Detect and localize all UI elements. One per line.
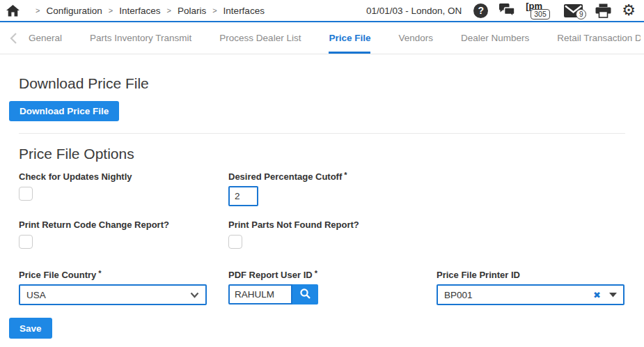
check-updates-checkbox[interactable] (19, 187, 33, 201)
cutoff-input[interactable] (228, 186, 258, 206)
tab-general[interactable]: General (29, 22, 62, 54)
search-icon (299, 288, 311, 302)
pdf-user-label: PDF Report User ID* (228, 270, 437, 281)
required-marker: * (315, 269, 317, 277)
country-label: Price File Country* (19, 270, 228, 281)
breadcrumb-item-polaris[interactable]: Polaris (178, 6, 206, 16)
pdf-user-label-text: PDF Report User ID (228, 270, 313, 280)
printer-combobox[interactable]: BP001 ✖ (437, 284, 625, 305)
field-printer: Price File Printer ID BP001 ✖ (437, 270, 625, 305)
printer-value: BP001 (444, 290, 473, 300)
country-select[interactable]: USA (19, 284, 207, 305)
mail-badge: 9 (576, 9, 586, 20)
country-selected-value: USA (26, 290, 46, 300)
field-pdf-user: PDF Report User ID* (228, 270, 437, 305)
mail-icon[interactable]: 9 (564, 1, 585, 20)
form-row-2: Print Return Code Change Report? Print P… (19, 219, 625, 249)
printer-icon[interactable] (595, 3, 611, 18)
chevron-down-icon (190, 292, 199, 298)
tab-strip: General Parts Inventory Transmit Process… (0, 22, 644, 54)
download-price-file-button[interactable]: Download Price File (9, 101, 119, 121)
form-row-3: Price File Country* USA PDF Report User … (19, 270, 625, 305)
topbar-actions: 01/01/03 - London, ON ? [pm 305 9 (366, 0, 636, 21)
form-row-1: Check for Updates Nightly Desired Percen… (19, 171, 625, 206)
required-marker: * (344, 171, 347, 179)
chevron-left-icon[interactable] (10, 22, 17, 54)
download-section-title: Download Price File (19, 75, 644, 92)
field-cutoff: Desired Percentage Cutoff* (228, 171, 437, 206)
chat-icon[interactable] (498, 3, 515, 18)
country-label-text: Price File Country (19, 270, 96, 280)
clear-icon[interactable]: ✖ (593, 290, 601, 300)
required-marker: * (98, 269, 101, 277)
chevron-down-icon[interactable] (609, 293, 617, 298)
pdf-user-lookup-group (228, 284, 437, 304)
datetime-location: 01/01/03 - London, ON (366, 6, 462, 16)
breadcrumb-item-interfaces-2[interactable]: Interfaces (223, 6, 265, 16)
breadcrumb-item-configuration[interactable]: Configuration (46, 6, 102, 16)
cutoff-label-text: Desired Percentage Cutoff (228, 171, 342, 182)
printer-label: Price File Printer ID (437, 270, 625, 281)
tab-price-file[interactable]: Price File (329, 22, 370, 54)
help-glyph: ? (478, 5, 484, 16)
price-file-options-form: Check for Updates Nightly Desired Percen… (19, 171, 625, 305)
field-return-code-report: Print Return Code Change Report? (19, 219, 228, 249)
return-code-report-label: Print Return Code Change Report? (19, 219, 228, 231)
chevron-right-icon[interactable] (641, 22, 644, 54)
cutoff-label: Desired Percentage Cutoff* (228, 171, 437, 183)
gear-icon[interactable]: ⚙ (622, 3, 636, 18)
tab-process-dealer-list[interactable]: Process Dealer List (219, 22, 301, 54)
save-button[interactable]: Save (9, 318, 52, 339)
parts-not-found-report-checkbox[interactable] (228, 235, 242, 249)
breadcrumb-item-interfaces[interactable]: Interfaces (119, 6, 160, 16)
home-icon[interactable] (6, 5, 19, 17)
pm-indicator-badge: 305 (531, 9, 550, 20)
search-button[interactable] (292, 284, 318, 304)
pm-indicator-icon[interactable]: [pm 305 (526, 0, 553, 21)
breadcrumb-separator: > (166, 6, 171, 15)
section-divider (19, 133, 625, 134)
field-parts-not-found-report: Print Parts Not Found Report? (228, 219, 437, 249)
tab-list: General Parts Inventory Transmit Process… (29, 22, 641, 54)
tab-vendors[interactable]: Vendors (398, 22, 433, 54)
return-code-report-checkbox[interactable] (19, 235, 33, 249)
field-country: Price File Country* USA (19, 270, 228, 305)
check-updates-label: Check for Updates Nightly (19, 171, 228, 183)
options-section-title: Price File Options (19, 146, 644, 162)
breadcrumb-separator: > (36, 6, 40, 15)
breadcrumb: > Configuration > Interfaces > Polaris >… (29, 6, 265, 16)
breadcrumb-separator: > (212, 6, 217, 15)
field-check-updates: Check for Updates Nightly (19, 171, 228, 206)
tab-dealer-numbers[interactable]: Dealer Numbers (461, 22, 529, 54)
top-header-bar: > Configuration > Interfaces > Polaris >… (0, 0, 644, 22)
tab-parts-inventory-transmit[interactable]: Parts Inventory Transmit (90, 22, 191, 54)
breadcrumb-separator: > (109, 6, 113, 15)
pdf-user-input[interactable] (228, 284, 292, 304)
tab-retail-transaction-data[interactable]: Retail Transaction Da (557, 22, 641, 54)
parts-not-found-report-label: Print Parts Not Found Report? (228, 219, 437, 231)
help-icon[interactable]: ? (473, 3, 488, 18)
